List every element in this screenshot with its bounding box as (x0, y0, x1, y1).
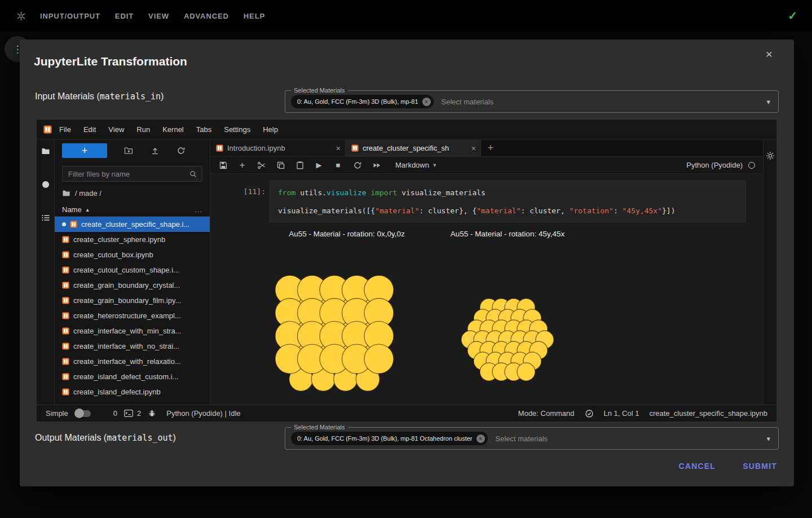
stop-icon[interactable]: ■ (333, 160, 343, 170)
app-menu-item[interactable]: VIEW (148, 12, 169, 20)
output-material-chip[interactable]: 0: Au, Gold, FCC (Fm-3m) 3D (Bulk), mp-8… (291, 432, 488, 445)
jupyter-menu-item[interactable]: Run (130, 125, 156, 134)
notebook-icon (70, 221, 77, 228)
code-lines: from utils.visualize import visualize_ma… (278, 184, 738, 220)
file-name: create_interface_with_no_strai... (73, 342, 179, 350)
run-icon[interactable]: ▶ (314, 160, 324, 170)
cancel-button[interactable]: CANCEL (679, 462, 716, 471)
jupyter-menu-item[interactable]: Kernel (156, 125, 190, 134)
file-row[interactable]: create_cutout_box.ipynb (55, 247, 210, 262)
tab-bar: Introduction.ipynb × create_cluster_spec… (210, 140, 763, 157)
close-icon[interactable]: × (766, 47, 773, 61)
terminals-count[interactable]: 0 (113, 409, 117, 418)
kernel-selector[interactable]: Python (Pyodide) (686, 161, 755, 169)
input-material-chip[interactable]: 0: Au, Gold, FCC (Fm-3m) 3D (Bulk), mp-8… (291, 95, 434, 108)
kernel-status-text[interactable]: Python (Pyodide) | Idle (166, 409, 240, 418)
restart-kernel-icon[interactable] (352, 160, 362, 170)
upload-icon[interactable] (150, 146, 160, 156)
file-row[interactable]: create_island_defect_custom.i... (55, 369, 210, 384)
debugger-bug-icon[interactable] (148, 409, 156, 418)
file-name: create_island_defect_custom.i... (73, 372, 178, 381)
right-side-bar (763, 140, 776, 405)
new-launcher-button[interactable]: + (62, 143, 107, 158)
file-name: create_cluster_sphere.ipynb (73, 235, 165, 244)
file-row[interactable]: create_heterostructure_exampl... (55, 308, 210, 323)
jupyter-menu-item[interactable]: Help (257, 125, 284, 134)
app-logo-icon[interactable] (16, 11, 27, 21)
jupyter-menu-item[interactable]: Settings (218, 125, 257, 134)
notebook-logo-icon (43, 125, 52, 134)
code-cell[interactable]: from utils.visualize import visualize_ma… (270, 181, 746, 222)
filter-files-input[interactable] (67, 169, 189, 179)
table-of-contents-icon[interactable] (41, 213, 50, 222)
file-row[interactable]: create_grain_boundary_crystal... (55, 278, 210, 293)
file-row[interactable]: create_cutout_custom_shape.i... (55, 262, 210, 278)
file-row[interactable]: create_cluster_specific_shape.i... (55, 217, 210, 232)
notebook-icon (62, 266, 69, 274)
notebook-trust-icon (585, 409, 594, 418)
save-icon[interactable] (218, 160, 228, 170)
file-row[interactable]: create_interface_with_relaxatio... (55, 354, 210, 369)
chevron-down-icon[interactable]: ▾ (766, 434, 770, 443)
input-materials-select[interactable]: Selected Materials 0: Au, Gold, FCC (Fm-… (285, 90, 779, 113)
file-row[interactable]: create_interface_with_min_stra... (55, 323, 210, 339)
chip-delete-icon[interactable]: × (422, 98, 431, 106)
new-tab-icon[interactable]: + (481, 140, 500, 156)
notebook-icon (62, 297, 69, 304)
file-list-header[interactable]: Name ▲ ... (55, 203, 210, 217)
jupyterlite-transformation-dialog: JupyterLite Transformation × Input Mater… (20, 39, 794, 486)
output-materials-label: Output Materials (materials_out) (35, 433, 176, 443)
tab-close-icon[interactable]: × (336, 144, 341, 153)
settings-gear-icon[interactable] (766, 151, 775, 160)
tab-close-icon[interactable]: × (471, 144, 476, 153)
copy-icon[interactable] (276, 160, 285, 170)
command-mode-label[interactable]: Mode: Command (518, 409, 575, 418)
run-all-icon[interactable] (372, 160, 381, 170)
left-activity-bar (37, 140, 55, 405)
header-more-icon[interactable]: ... (195, 205, 202, 214)
app-menu-item[interactable]: EDIT (115, 12, 134, 20)
filter-files-box (62, 166, 202, 182)
success-check-icon[interactable]: ✓ (788, 9, 797, 23)
jupyter-menu-item[interactable]: Tabs (190, 125, 218, 134)
notebook-content[interactable]: [11]: from utils.visualize import visual… (210, 174, 763, 405)
cell-type-value: Markdown (395, 161, 429, 169)
app-menu-item[interactable]: HELP (244, 12, 265, 20)
input-label-prefix: Input Materials ( (35, 91, 100, 101)
file-browser-icon[interactable] (41, 147, 50, 156)
tab-introduction[interactable]: Introduction.ipynb × (210, 140, 346, 156)
cursor-position[interactable]: Ln 1, Col 1 (604, 409, 639, 418)
jupyter-menu-item[interactable]: Edit (77, 125, 102, 134)
app-menu-item[interactable]: INPUT/OUTPUT (40, 12, 100, 20)
screen: INPUT/OUTPUTEDITVIEWADVANCEDHELP ✓ ⋮ Jup… (0, 0, 812, 518)
kernels-indicator[interactable]: 2 (124, 409, 141, 418)
file-row[interactable]: create_cluster_sphere.ipynb (55, 232, 210, 247)
kernel-name: Python (Pyodide) (686, 161, 743, 169)
tab-create-cluster[interactable]: create_cluster_specific_sh × (346, 140, 481, 156)
jupyter-menu-item[interactable]: View (102, 125, 130, 134)
submit-button[interactable]: SUBMIT (743, 462, 777, 471)
file-row[interactable]: create_interface_with_no_strai... (55, 339, 210, 354)
file-name: create_grain_boundary_film.ipy... (73, 296, 181, 305)
app-menu-item[interactable]: ADVANCED (184, 12, 229, 20)
insert-cell-icon[interactable]: + (237, 160, 247, 170)
new-folder-icon[interactable] (123, 146, 134, 156)
app-bar: INPUT/OUTPUTEDITVIEWADVANCEDHELP ✓ (0, 0, 812, 32)
output-label-code: materials_out (107, 433, 173, 443)
cut-icon[interactable] (257, 160, 266, 170)
jupyter-menu-item[interactable]: File (53, 125, 77, 134)
breadcrumb[interactable]: / made / (62, 187, 202, 199)
chevron-down-icon[interactable]: ▾ (766, 98, 770, 106)
simple-mode-toggle[interactable] (76, 410, 91, 417)
paste-icon[interactable] (295, 160, 304, 170)
simple-mode-label: Simple (46, 409, 68, 418)
refresh-icon[interactable] (176, 146, 186, 156)
cell-type-select[interactable]: Markdown ▾ (395, 161, 436, 169)
file-row[interactable]: create_grain_boundary_film.ipy... (55, 293, 210, 308)
atom (517, 363, 535, 381)
chip-delete-icon[interactable]: × (476, 434, 485, 443)
running-kernels-icon[interactable] (41, 180, 50, 189)
file-row[interactable]: create_island_defect.ipynb (55, 384, 210, 400)
output-materials-select[interactable]: Selected Materials 0: Au, Gold, FCC (Fm-… (285, 427, 779, 450)
notebook-icon (62, 282, 69, 289)
